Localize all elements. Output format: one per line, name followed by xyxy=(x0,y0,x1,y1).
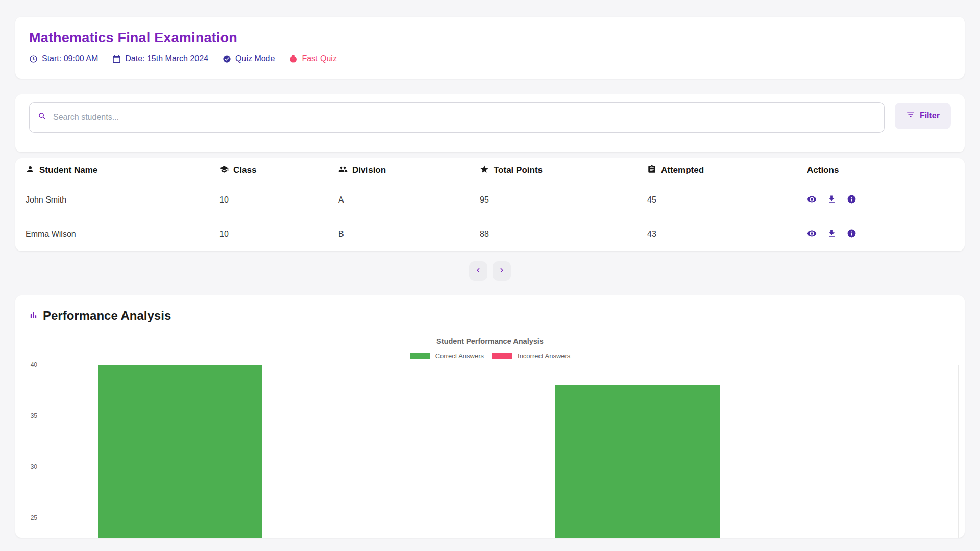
chevron-left-icon xyxy=(474,266,483,277)
exam-meta-label: Fast Quiz xyxy=(302,54,336,63)
exam-meta-label: Start: 09:00 AM xyxy=(42,54,98,63)
cell-attempted: 45 xyxy=(647,183,807,217)
page: Mathematics Final Examination Start: 09:… xyxy=(0,17,980,551)
search-input[interactable] xyxy=(52,112,876,122)
column-header-actions: Actions xyxy=(807,158,965,183)
download-action-button[interactable] xyxy=(827,229,837,240)
cell-actions xyxy=(807,183,965,217)
column-header-total-points: Total Points xyxy=(480,158,647,183)
legend-label: Incorrect Answers xyxy=(518,352,570,360)
exam-meta-item-3: Fast Quiz xyxy=(289,54,336,63)
pagination xyxy=(15,261,965,281)
column-header-attempted: Attempted xyxy=(647,158,807,183)
gridline-x xyxy=(501,365,501,538)
y-axis-tick-label: 30 xyxy=(15,463,37,470)
cell-attempted: 43 xyxy=(647,217,807,252)
cell-division: A xyxy=(338,183,480,217)
y-axis-line xyxy=(43,365,43,538)
download-action-button[interactable] xyxy=(827,194,837,206)
exam-meta-row: Start: 09:00 AMDate: 15th March 2024Quiz… xyxy=(29,54,951,63)
column-header-label: Actions xyxy=(807,165,839,176)
exam-meta-item-0: Start: 09:00 AM xyxy=(29,54,98,63)
pagination-next-button[interactable] xyxy=(493,261,511,281)
column-header-label: Class xyxy=(233,165,256,176)
pagination-prev-button[interactable] xyxy=(469,261,487,281)
column-header-student-name: Student Name xyxy=(15,158,219,183)
legend-swatch xyxy=(492,353,512,359)
cell-division: B xyxy=(338,217,480,252)
assignment-icon xyxy=(647,165,656,177)
info-action-button[interactable] xyxy=(847,229,856,240)
cell-actions xyxy=(807,217,965,252)
exam-meta-label: Quiz Mode xyxy=(235,54,275,63)
exam-meta-item-2: Quiz Mode xyxy=(223,54,275,63)
cell-class: 10 xyxy=(219,217,338,252)
performance-card: Performance Analysis Student Performance… xyxy=(15,295,965,538)
clock-icon xyxy=(29,55,38,63)
legend-swatch xyxy=(410,353,430,359)
school-icon xyxy=(219,165,229,177)
column-header-label: Attempted xyxy=(661,165,704,176)
column-header-class: Class xyxy=(219,158,338,183)
person-icon xyxy=(26,165,35,177)
star-icon xyxy=(480,165,489,177)
bar-chart: 40353025 xyxy=(15,365,965,538)
column-header-label: Total Points xyxy=(494,165,543,176)
cell-class: 10 xyxy=(219,183,338,217)
cell-name: Emma Wilson xyxy=(15,217,219,252)
chart-title: Student Performance Analysis xyxy=(29,337,951,345)
y-axis-tick-label: 25 xyxy=(15,514,37,521)
info-icon xyxy=(847,194,856,206)
table-row: John Smith10A9545 xyxy=(15,183,965,217)
groups-icon xyxy=(338,165,348,177)
filter-icon xyxy=(906,110,915,121)
timer-icon xyxy=(289,55,298,63)
y-axis-tick-label: 35 xyxy=(15,412,37,419)
search-box[interactable] xyxy=(29,102,885,133)
toolbar-card: Filter xyxy=(15,94,965,152)
download-icon xyxy=(827,229,837,240)
performance-title-row: Performance Analysis xyxy=(29,309,951,323)
performance-section-title: Performance Analysis xyxy=(43,309,171,323)
chart-legend: Correct AnswersIncorrect Answers xyxy=(29,352,951,360)
students-table-card: Student NameClassDivisionTotal PointsAtt… xyxy=(15,158,965,251)
column-header-label: Student Name xyxy=(39,165,97,176)
filter-button-label: Filter xyxy=(920,111,940,120)
table-row: Emma Wilson10B8843 xyxy=(15,217,965,252)
search-icon xyxy=(38,112,47,123)
table-header-row: Student NameClassDivisionTotal PointsAtt… xyxy=(15,158,965,183)
legend-item-1[interactable]: Incorrect Answers xyxy=(492,352,570,360)
eye-icon xyxy=(807,229,817,240)
eye-icon xyxy=(807,194,817,206)
exam-meta-item-1: Date: 15th March 2024 xyxy=(112,54,208,63)
legend-label: Correct Answers xyxy=(435,352,484,360)
y-axis-tick-label: 40 xyxy=(15,361,37,368)
filter-button[interactable]: Filter xyxy=(895,103,951,129)
view-action-button[interactable] xyxy=(807,229,817,240)
bar-correct-answers-1 xyxy=(555,385,720,538)
cell-total_points: 88 xyxy=(480,217,647,252)
info-action-button[interactable] xyxy=(847,194,856,206)
chevron-right-icon xyxy=(497,266,506,277)
check-circle-icon xyxy=(223,55,231,63)
gridline-x xyxy=(958,365,959,538)
legend-item-0[interactable]: Correct Answers xyxy=(410,352,484,360)
bar-chart-icon xyxy=(29,311,38,321)
cell-name: John Smith xyxy=(15,183,219,217)
exam-header-card: Mathematics Final Examination Start: 09:… xyxy=(15,17,965,79)
exam-title: Mathematics Final Examination xyxy=(29,30,951,46)
info-icon xyxy=(847,229,856,240)
students-table: Student NameClassDivisionTotal PointsAtt… xyxy=(15,158,965,251)
calendar-icon xyxy=(112,55,121,63)
exam-meta-label: Date: 15th March 2024 xyxy=(125,54,208,63)
download-icon xyxy=(827,194,837,206)
cell-total_points: 95 xyxy=(480,183,647,217)
view-action-button[interactable] xyxy=(807,194,817,206)
column-header-label: Division xyxy=(352,165,386,176)
column-header-division: Division xyxy=(338,158,480,183)
bar-correct-answers-0 xyxy=(98,365,263,538)
